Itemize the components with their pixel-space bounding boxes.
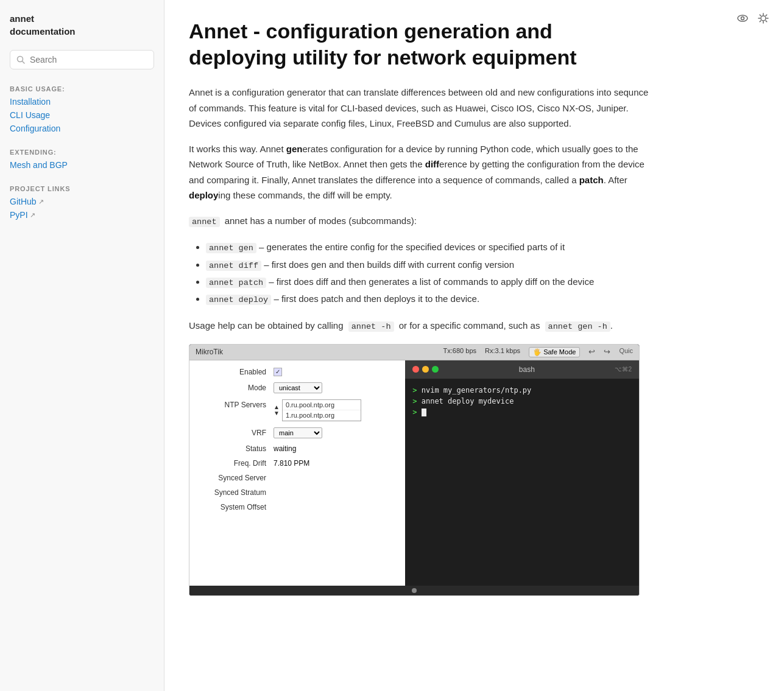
nav-link-installation[interactable]: Installation: [10, 95, 154, 108]
external-link-icon: ↗: [38, 198, 44, 206]
screenshot-container: MikroTik Tx:680 bps Rx:3.1 kbps 🖐 Safe M…: [189, 344, 640, 596]
commands-list: annet gen – generates the entire config …: [189, 239, 652, 307]
status-value: waiting: [274, 444, 296, 453]
config-row-ntp: NTP Servers ▲ ▼ 0.ru.pool.ntp.org 1.ru.p…: [199, 399, 395, 421]
nav-link-configuration[interactable]: Configuration: [10, 122, 154, 135]
scroll-indicator: [189, 586, 639, 595]
cmd-patch: annet patch: [206, 278, 266, 288]
nav-section-basic-usage: BASIC USAGE: Installation CLI Usage Conf…: [10, 79, 154, 135]
usage-cmd1: annet -h: [348, 321, 394, 332]
nav-back-icon: ↩: [588, 347, 595, 357]
external-link-icon-2: ↗: [30, 211, 35, 219]
mode-select[interactable]: unicast: [274, 382, 322, 393]
config-row-enabled: Enabled ✓: [199, 368, 395, 376]
terminal-tab: ⌥⌘2: [615, 366, 632, 373]
list-item: annet gen – generates the entire config …: [206, 239, 652, 256]
config-row-status: Status waiting: [199, 444, 395, 453]
mikrotik-config-panel: Enabled ✓ Mode unicast NTP Servers: [189, 360, 405, 586]
nav-section-extending: EXTENDING: Mesh and BGP: [10, 142, 154, 172]
eye-icon-button[interactable]: [735, 11, 750, 26]
row-label: Synced Server: [199, 474, 266, 482]
list-item: annet diff – first does gen and then bui…: [206, 256, 652, 273]
svg-line-11: [766, 15, 767, 16]
section-label-project-links: PROJECT LINKS: [10, 185, 154, 192]
scroll-dot: [412, 588, 417, 593]
ntp-scroll-arrows[interactable]: ▲ ▼: [274, 404, 280, 416]
terminal-line-1: > nvim my_generators/ntp.py: [412, 385, 632, 396]
terminal-line-3: >: [412, 407, 632, 418]
row-label: Status: [199, 444, 266, 453]
main-content: Annet - configuration generation and dep…: [164, 0, 784, 691]
config-row-mode: Mode unicast: [199, 382, 395, 393]
config-row-synced-server: Synced Server: [199, 474, 395, 482]
section-label-basic-usage: BASIC USAGE:: [10, 85, 154, 93]
usage-line: Usage help can be obtained by calling an…: [189, 318, 652, 334]
sidebar-title: annet documentation: [10, 12, 154, 43]
close-dot[interactable]: [412, 366, 419, 373]
freq-drift-value: 7.810 PPM: [274, 459, 309, 468]
cmd-deploy: annet deploy: [206, 295, 271, 305]
svg-line-9: [760, 15, 761, 16]
mikrotik-bar-right: Tx:680 bps Rx:3.1 kbps 🖐 Safe Mode ↩ ↪ Q…: [443, 347, 633, 357]
rx-label: Rx:3.1 kbps: [485, 347, 520, 357]
row-label: Enabled: [199, 368, 266, 376]
search-icon: [16, 55, 25, 64]
row-label: Freq. Drift: [199, 459, 266, 468]
content-body: Annet - configuration generation and dep…: [189, 18, 652, 596]
theme-toggle-button[interactable]: [756, 11, 771, 26]
list-item: annet patch – first does diff and then g…: [206, 273, 652, 290]
nav-link-cli-usage[interactable]: CLI Usage: [10, 108, 154, 122]
section-label-extending: EXTENDING:: [10, 149, 154, 156]
terminal-panel: bash ⌥⌘2 > nvim my_generators/ntp.py > a…: [405, 360, 639, 586]
svg-point-3: [741, 17, 744, 20]
cmd-diff: annet diff: [206, 261, 261, 271]
ntp-server-item: 0.ru.pool.ntp.org: [283, 400, 361, 410]
list-item: annet deploy – first does patch and then…: [206, 290, 652, 307]
config-row-vrf: VRF main: [199, 427, 395, 438]
row-label: Synced Stratum: [199, 488, 266, 497]
ntp-servers-list: 0.ru.pool.ntp.org 1.ru.pool.ntp.org: [282, 399, 361, 421]
config-row-synced-stratum: Synced Stratum: [199, 488, 395, 497]
page-title: Annet - configuration generation and dep…: [189, 18, 652, 70]
terminal-line-2: > annet deploy mydevice: [412, 396, 632, 407]
svg-line-12: [760, 21, 761, 22]
cmd-gen: annet gen: [206, 243, 256, 253]
svg-point-4: [761, 16, 766, 21]
nav-forward-icon: ↪: [604, 347, 610, 357]
eye-icon: [736, 12, 749, 24]
maximize-dot[interactable]: [432, 366, 439, 373]
row-label: VRF: [199, 429, 266, 437]
vrf-select[interactable]: main: [274, 427, 322, 438]
terminal-cursor: [422, 409, 426, 416]
paragraph-1: Annet is a configuration generator that …: [189, 85, 652, 132]
minimize-dot[interactable]: [422, 366, 429, 373]
mikrotik-bar: MikroTik Tx:680 bps Rx:3.1 kbps 🖐 Safe M…: [189, 345, 639, 360]
search-input[interactable]: [30, 55, 147, 65]
annet-code-intro: annet: [189, 217, 220, 227]
row-label: System Offset: [199, 503, 266, 511]
search-box[interactable]: [10, 50, 154, 69]
terminal-titlebar: bash ⌥⌘2: [405, 360, 639, 379]
nav-link-mesh-bgp[interactable]: Mesh and BGP: [10, 158, 154, 172]
svg-point-2: [738, 15, 747, 21]
nav-link-github[interactable]: GitHub ↗: [10, 195, 44, 208]
svg-line-10: [766, 21, 767, 22]
sun-icon: [757, 12, 769, 24]
config-row-freq-drift: Freq. Drift 7.810 PPM: [199, 459, 395, 468]
screenshot-inner: Enabled ✓ Mode unicast NTP Servers: [189, 360, 639, 586]
paragraph-2: It works this way. Annet generates confi…: [189, 141, 652, 203]
usage-cmd2: annet gen -h: [545, 321, 610, 332]
top-icons: [735, 11, 771, 26]
nav-link-pypi[interactable]: PyPI ↗: [10, 208, 35, 222]
terminal-body: > nvim my_generators/ntp.py > annet depl…: [405, 379, 639, 586]
svg-line-1: [23, 61, 25, 64]
quick-label: Quic: [619, 347, 633, 357]
mikrotik-title: MikroTik: [196, 348, 223, 356]
safe-mode-button[interactable]: 🖐 Safe Mode: [529, 347, 580, 357]
ntp-server-item: 1.ru.pool.ntp.org: [283, 410, 361, 421]
row-label: NTP Servers: [199, 401, 266, 409]
terminal-window-controls: [412, 366, 439, 373]
terminal-title: bash: [519, 365, 535, 374]
nav-section-project-links: PROJECT LINKS GitHub ↗ PyPI ↗: [10, 179, 154, 222]
enabled-checkbox[interactable]: ✓: [274, 368, 282, 376]
